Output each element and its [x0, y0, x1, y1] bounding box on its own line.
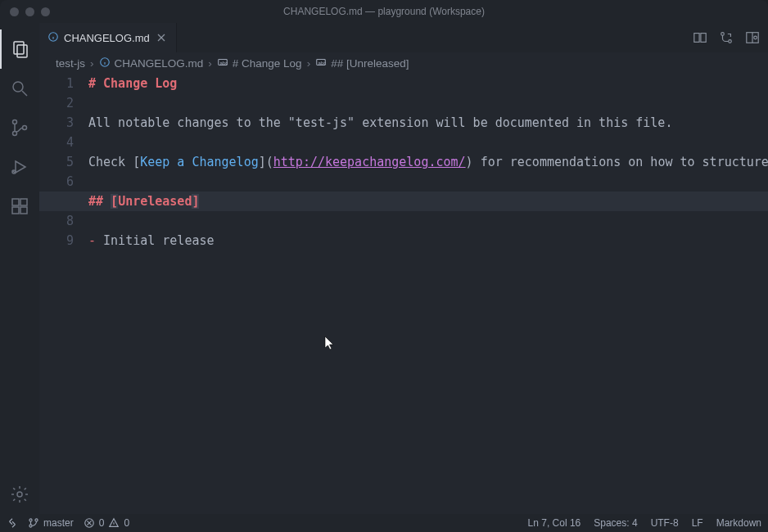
chevron-right-icon: › — [307, 57, 311, 70]
code-content[interactable]: # Change LogAll notable changes to the "… — [88, 74, 768, 514]
tab-bar: CHANGELOG.md — [39, 23, 768, 52]
code-line[interactable] — [88, 93, 768, 113]
code-line[interactable]: All notable changes to the "test-js" ext… — [88, 113, 768, 133]
svg-rect-1 — [17, 45, 27, 57]
explorer-icon[interactable] — [0, 29, 39, 69]
svg-rect-10 — [12, 207, 19, 214]
svg-point-5 — [13, 132, 17, 136]
encoding[interactable]: UTF-8 — [651, 517, 679, 529]
svg-point-39 — [29, 525, 32, 527]
svg-point-21 — [721, 33, 725, 36]
activity-bar — [0, 23, 39, 514]
compare-changes-icon[interactable] — [693, 30, 707, 45]
cursor-position[interactable]: Ln 7, Col 16 — [528, 517, 581, 529]
code-line[interactable] — [88, 133, 768, 152]
symbol-string-icon: abc — [315, 56, 327, 70]
chevron-right-icon: › — [90, 57, 94, 70]
indentation[interactable]: Spaces: 4 — [594, 517, 637, 529]
svg-point-22 — [729, 40, 732, 43]
breadcrumb-h1[interactable]: abc # Change Log — [217, 56, 302, 70]
svg-rect-20 — [701, 34, 706, 43]
run-debug-icon[interactable] — [0, 147, 39, 187]
source-control-icon[interactable] — [0, 108, 39, 147]
svg-rect-0 — [14, 42, 24, 54]
code-line[interactable]: - Initial release — [88, 231, 768, 250]
svg-point-13 — [17, 492, 22, 497]
svg-point-38 — [29, 519, 32, 521]
editor-actions — [693, 23, 768, 52]
svg-rect-9 — [12, 199, 19, 205]
svg-rect-11 — [20, 207, 27, 214]
extensions-icon[interactable] — [0, 187, 39, 226]
tab-changelog[interactable]: CHANGELOG.md — [39, 23, 177, 52]
close-window-icon[interactable] — [10, 7, 19, 16]
code-line[interactable] — [88, 211, 768, 231]
svg-text:abc: abc — [219, 59, 228, 65]
close-tab-icon[interactable] — [155, 33, 168, 43]
svg-rect-12 — [20, 199, 27, 205]
window-title: CHANGELOG.md — playground (Workspace) — [283, 6, 485, 17]
window-controls — [10, 7, 50, 16]
branch-indicator[interactable]: master — [28, 517, 74, 529]
code-line[interactable]: # Change Log — [88, 74, 768, 93]
svg-text:abc: abc — [318, 59, 327, 65]
maximize-window-icon[interactable] — [41, 7, 50, 16]
svg-line-3 — [22, 91, 27, 96]
symbol-string-icon: abc — [217, 56, 228, 70]
chevron-right-icon: › — [208, 57, 212, 70]
search-icon[interactable] — [0, 69, 39, 108]
problems-indicator[interactable]: 0 0 — [84, 517, 129, 529]
breadcrumb-folder: test-js — [56, 57, 85, 70]
minimize-window-icon[interactable] — [25, 7, 34, 16]
eol[interactable]: LF — [692, 517, 703, 529]
svg-point-4 — [13, 120, 17, 124]
language-mode[interactable]: Markdown — [716, 517, 761, 529]
svg-point-2 — [13, 82, 23, 92]
open-changes-icon[interactable] — [719, 30, 734, 45]
gutter: 123456789 — [39, 74, 88, 514]
titlebar: CHANGELOG.md — playground (Workspace) — [0, 0, 768, 23]
breadcrumb-file[interactable]: CHANGELOG.md — [99, 56, 204, 70]
info-circle-icon — [99, 56, 111, 70]
breadcrumbs[interactable]: test-js › CHANGELOG.md › abc # Change Lo… — [39, 52, 768, 74]
code-line[interactable] — [88, 172, 768, 192]
editor[interactable]: 123456789 # Change LogAll notable change… — [39, 74, 768, 514]
remote-indicator[interactable] — [7, 517, 18, 529]
breadcrumb-h2[interactable]: abc ## [Unreleased] — [315, 56, 409, 70]
code-line[interactable]: ## [Unreleased] — [88, 192, 768, 211]
svg-point-6 — [23, 126, 27, 130]
svg-point-25 — [754, 36, 757, 39]
open-preview-icon[interactable] — [745, 30, 760, 45]
status-bar: master 0 0 Ln 7, Col 16 Spaces: 4 UTF-8 … — [0, 514, 768, 532]
svg-point-40 — [35, 519, 38, 521]
settings-gear-icon[interactable] — [0, 475, 39, 514]
code-line[interactable]: Check [Keep a Changelog](http://keepacha… — [88, 152, 768, 172]
tab-label: CHANGELOG.md — [64, 32, 150, 44]
info-circle-icon — [47, 31, 59, 45]
svg-rect-19 — [694, 34, 699, 43]
